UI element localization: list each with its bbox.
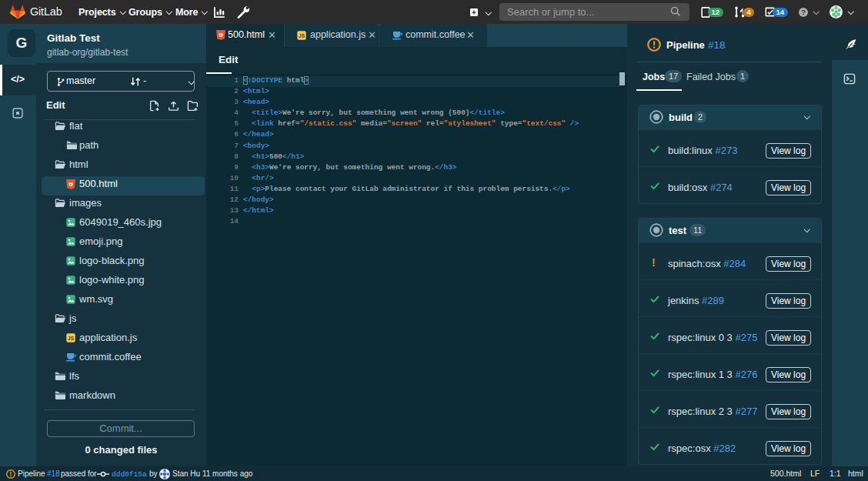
svg-text:?: ? xyxy=(801,8,805,16)
